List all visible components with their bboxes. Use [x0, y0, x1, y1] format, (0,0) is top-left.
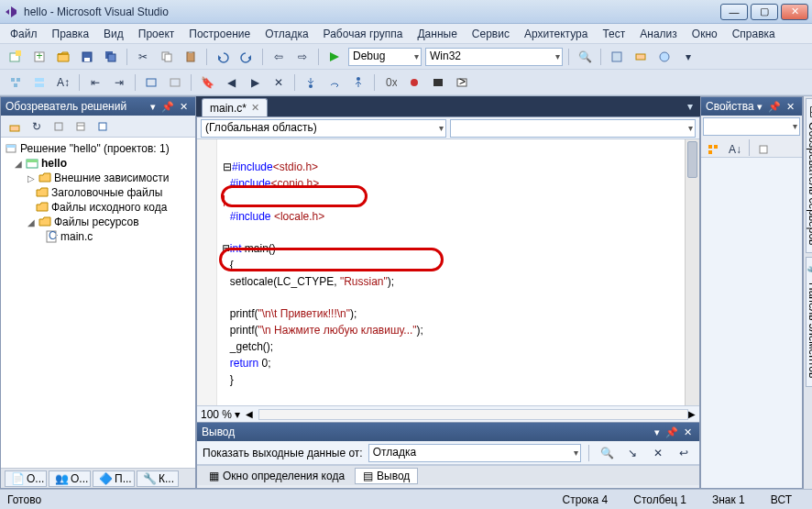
vertical-scrollbar[interactable]: [685, 139, 699, 405]
next-bookmark-icon[interactable]: ▶: [245, 72, 265, 93]
horizontal-scrollbar[interactable]: [258, 409, 688, 420]
word-wrap-icon[interactable]: ↩: [674, 443, 694, 463]
add-item-icon[interactable]: +: [29, 47, 49, 67]
refresh-icon[interactable]: ↻: [27, 116, 47, 137]
config-combo[interactable]: Debug▾: [348, 48, 422, 66]
server-explorer-tab[interactable]: 🗄Обозреватель серверов: [806, 98, 812, 253]
menu-edit[interactable]: Правка: [46, 26, 96, 42]
scope-combo[interactable]: (Глобальная область)▾: [201, 119, 446, 138]
dropdown-icon[interactable]: ▾: [652, 426, 663, 438]
tab-dropdown-icon[interactable]: ▾: [680, 96, 700, 116]
close-button[interactable]: ✕: [781, 4, 808, 20]
new-project-icon[interactable]: [5, 47, 26, 67]
maximize-button[interactable]: ▢: [751, 4, 778, 20]
menu-help[interactable]: Справка: [726, 26, 782, 42]
save-icon[interactable]: [77, 47, 97, 67]
file-main-c[interactable]: C+ main.c: [5, 229, 192, 244]
chevron-down-icon[interactable]: ▾: [235, 408, 240, 421]
menu-analyze[interactable]: Анализ: [633, 26, 684, 42]
h-scroll-right-icon[interactable]: ▶: [688, 409, 696, 419]
save-all-icon[interactable]: [101, 47, 121, 67]
member-combo[interactable]: ▾: [450, 119, 696, 138]
solution-tree[interactable]: Решение "hello" (проектов: 1) ◢ hello ▷ …: [1, 138, 195, 468]
zoom-value[interactable]: 100 %: [201, 408, 232, 421]
extra-3-icon[interactable]: [654, 47, 675, 67]
menu-data[interactable]: Данные: [411, 26, 463, 42]
extra-1-icon[interactable]: [607, 47, 627, 67]
step-into-icon[interactable]: [301, 72, 321, 93]
menu-window[interactable]: Окно: [686, 26, 724, 42]
code-surface[interactable]: ⊟#include<stdio.h> #include<conio.h> | #…: [197, 139, 699, 405]
immediate-icon[interactable]: >: [452, 72, 472, 93]
undo-icon[interactable]: [213, 47, 233, 67]
close-icon[interactable]: ✕: [784, 101, 797, 113]
alphabetical-icon[interactable]: A↓: [725, 139, 745, 160]
nav-fwd-icon[interactable]: ⇨: [292, 47, 313, 67]
menu-debug[interactable]: Отладка: [258, 26, 314, 42]
hex-icon[interactable]: 0x: [380, 72, 401, 93]
pin-icon[interactable]: 📌: [663, 426, 681, 438]
object-browser-icon[interactable]: [5, 72, 26, 93]
properties-icon[interactable]: [71, 116, 91, 137]
dropdown-icon[interactable]: ▾: [148, 101, 159, 113]
toolbox-tab[interactable]: 🔧Панель элементов: [806, 257, 812, 386]
clear-bookmarks-icon[interactable]: ✕: [269, 72, 289, 93]
folder-resources[interactable]: ◢ Файлы ресурсов: [5, 215, 192, 229]
home-icon[interactable]: [5, 116, 25, 137]
nav-back-icon[interactable]: ⇦: [269, 47, 289, 67]
menu-tools[interactable]: Сервис: [466, 26, 516, 42]
dropdown-icon[interactable]: ▾: [754, 101, 765, 113]
tray-tab-2[interactable]: 👥О...: [49, 470, 91, 487]
cut-icon[interactable]: ✂: [133, 47, 153, 67]
go-to-icon[interactable]: ↘: [622, 443, 642, 463]
outdent-icon[interactable]: ⇤: [85, 72, 105, 93]
indent-icon[interactable]: ⇥: [109, 72, 129, 93]
open-icon[interactable]: [53, 47, 73, 67]
h-scroll-left-icon[interactable]: ◀: [246, 409, 253, 419]
categorized-icon[interactable]: [703, 139, 723, 160]
tab-code-definition[interactable]: ▦Окно определения кода: [201, 468, 353, 484]
display-selector-icon[interactable]: A↕: [53, 72, 73, 93]
scrollbar-thumb[interactable]: [687, 141, 697, 178]
project-node[interactable]: ◢ hello: [5, 156, 192, 171]
expand-icon[interactable]: ▷: [27, 173, 36, 183]
breakpoints-icon[interactable]: [404, 72, 424, 93]
start-debug-icon[interactable]: [324, 47, 345, 67]
redo-icon[interactable]: [236, 47, 257, 67]
step-over-icon[interactable]: [324, 72, 345, 93]
tray-tab-1[interactable]: 📄О...: [5, 470, 47, 487]
menu-build[interactable]: Построение: [182, 26, 257, 42]
close-icon[interactable]: ✕: [681, 426, 695, 438]
find-message-icon[interactable]: 🔍: [597, 443, 617, 463]
prev-bookmark-icon[interactable]: ◀: [221, 72, 241, 93]
minimize-button[interactable]: —: [720, 4, 748, 20]
menu-file[interactable]: Файл: [4, 26, 44, 42]
close-icon[interactable]: ✕: [251, 102, 259, 114]
output-source-combo[interactable]: Отладка▾: [368, 444, 581, 462]
find-icon[interactable]: 🔍: [575, 47, 595, 67]
folder-headers[interactable]: Заголовочные файлы: [5, 185, 192, 200]
paste-icon[interactable]: [181, 47, 201, 67]
pin-icon[interactable]: 📌: [159, 101, 177, 113]
close-icon[interactable]: ✕: [177, 101, 191, 113]
solution-node[interactable]: Решение "hello" (проектов: 1): [5, 141, 192, 156]
property-pages-icon[interactable]: [753, 139, 774, 160]
collapse-icon[interactable]: ◢: [27, 217, 36, 227]
tray-tab-3[interactable]: 🔷П...: [93, 470, 135, 487]
comment-icon[interactable]: [141, 72, 161, 93]
view-code-icon[interactable]: [93, 116, 113, 137]
editor-tab-main-c[interactable]: main.c* ✕: [202, 98, 268, 116]
menu-team[interactable]: Рабочая группа: [317, 26, 410, 42]
menu-architecture[interactable]: Архитектура: [518, 26, 595, 42]
folder-source[interactable]: Файлы исходного кода: [5, 200, 192, 215]
clear-all-icon[interactable]: ✕: [648, 443, 668, 463]
step-out-icon[interactable]: [348, 72, 368, 93]
tray-tab-4[interactable]: 🔧К...: [137, 470, 179, 487]
properties-grid[interactable]: [701, 158, 802, 488]
show-all-icon[interactable]: [49, 116, 69, 137]
menu-view[interactable]: Вид: [97, 26, 130, 42]
uncomment-icon[interactable]: [165, 72, 185, 93]
platform-combo[interactable]: Win32▾: [425, 48, 563, 66]
tab-output[interactable]: ▤Вывод: [355, 468, 418, 484]
menu-project[interactable]: Проект: [132, 26, 181, 42]
